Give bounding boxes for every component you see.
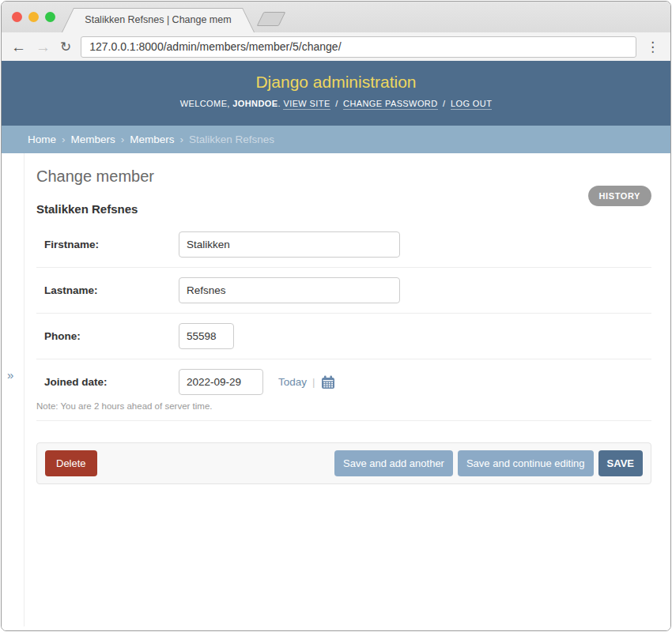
- lastname-label: Lastname:: [44, 284, 179, 296]
- object-heading: Stalikken Refsnes: [36, 202, 651, 216]
- history-button[interactable]: HISTORY: [588, 186, 652, 206]
- page-title: Change member: [36, 167, 651, 186]
- browser-menu-icon[interactable]: ⋮: [646, 39, 659, 55]
- browser-toolbar: ← → ↻ ⋮: [2, 32, 670, 61]
- joined-date-row: Joined date: Today |: [36, 359, 651, 421]
- today-link[interactable]: Today: [278, 376, 307, 388]
- sidebar-toggle-icon[interactable]: »: [7, 368, 13, 382]
- nav-sidebar-strip: [2, 153, 25, 626]
- save-continue-button[interactable]: Save and continue editing: [458, 450, 594, 476]
- joined-date-label: Joined date:: [44, 376, 179, 388]
- tab-strip: Stalikken Refsnes | Change mem: [2, 2, 670, 32]
- date-shortcuts: Today |: [278, 375, 335, 389]
- close-window-icon[interactable]: [12, 12, 22, 22]
- breadcrumb: Home › Members › Members › Stalikken Ref…: [2, 126, 670, 153]
- lastname-field[interactable]: [179, 277, 400, 303]
- site-title: Django administration: [2, 73, 670, 92]
- new-tab-button[interactable]: [257, 12, 286, 26]
- view-site-link[interactable]: VIEW SITE: [283, 99, 330, 110]
- firstname-field[interactable]: [179, 231, 400, 258]
- change-form: Change member HISTORY Stalikken Refsnes …: [25, 153, 670, 484]
- change-password-link[interactable]: CHANGE PASSWORD: [343, 99, 437, 110]
- user-tools: WELCOME, JOHNDOE. VIEW SITE / CHANGE PAS…: [2, 99, 670, 108]
- breadcrumb-home[interactable]: Home: [28, 134, 56, 145]
- firstname-row: Firstname:: [36, 222, 651, 268]
- browser-window: Stalikken Refsnes | Change mem ← → ↻ ⋮ D…: [1, 1, 671, 631]
- delete-button[interactable]: Delete: [45, 450, 97, 476]
- forward-icon: →: [36, 40, 51, 55]
- breadcrumb-members-model[interactable]: Members: [130, 134, 174, 145]
- breadcrumb-members-app[interactable]: Members: [71, 134, 115, 145]
- breadcrumb-current: Stalikken Refsnes: [189, 134, 274, 145]
- firstname-label: Firstname:: [44, 239, 179, 250]
- joined-date-field[interactable]: [179, 369, 263, 395]
- main-area: » Change member HISTORY Stalikken Refsne…: [2, 153, 670, 631]
- submit-row: Delete Save and add another Save and con…: [36, 442, 651, 484]
- lastname-row: Lastname:: [36, 268, 651, 314]
- admin-header: Django administration WELCOME, JOHNDOE. …: [2, 61, 670, 126]
- phone-label: Phone:: [44, 330, 179, 342]
- minimize-window-icon[interactable]: [28, 12, 39, 22]
- window-controls: [12, 12, 55, 22]
- back-icon[interactable]: ←: [11, 40, 26, 55]
- calendar-icon[interactable]: [321, 375, 335, 389]
- welcome-text: WELCOME,: [180, 99, 230, 108]
- username: JOHNDOE: [232, 99, 277, 108]
- save-button[interactable]: SAVE: [598, 450, 643, 476]
- maximize-window-icon[interactable]: [45, 12, 55, 22]
- phone-field[interactable]: [179, 323, 234, 349]
- browser-tab[interactable]: Stalikken Refsnes | Change mem: [62, 8, 255, 32]
- timezone-note: Note: You are 2 hours ahead of server ti…: [36, 400, 651, 420]
- save-add-another-button[interactable]: Save and add another: [334, 450, 453, 476]
- log-out-link[interactable]: LOG OUT: [451, 99, 492, 110]
- phone-row: Phone:: [36, 314, 651, 359]
- address-bar[interactable]: [81, 36, 636, 58]
- tab-title: Stalikken Refsnes | Change mem: [62, 8, 255, 32]
- reload-icon[interactable]: ↻: [60, 40, 71, 54]
